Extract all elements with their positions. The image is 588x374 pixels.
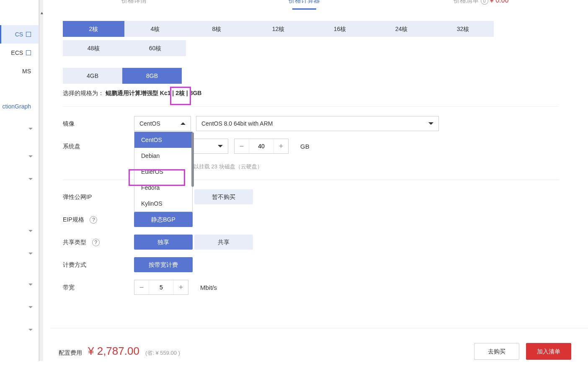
sidebar-expand-1[interactable]	[0, 120, 39, 138]
sidebar-item-label: CS	[15, 31, 23, 38]
os-option-fedora[interactable]: Fedora	[134, 180, 192, 196]
os-option-euleros[interactable]: EulerOS	[134, 164, 192, 180]
sidebar-item-label: MS	[22, 68, 31, 75]
cart-price: ¥ 0.00	[490, 0, 508, 4]
cart-count: 0	[481, 0, 488, 5]
os-option-centos[interactable]: CentOS	[134, 132, 192, 148]
spec-prefix: 选择的规格为：	[63, 90, 104, 96]
core-opt-4[interactable]: 4核	[124, 21, 186, 37]
bandwidth-plus[interactable]: +	[174, 280, 188, 294]
mem-options: 4GB 8GB	[63, 68, 559, 84]
sidebar-scrollbar[interactable]: ▲	[40, 0, 43, 361]
disk-size-stepper: − +	[234, 139, 289, 154]
buy-button[interactable]: 去购买	[474, 343, 519, 360]
sidebar-expand-3[interactable]	[0, 170, 39, 188]
footer-save: (省: ¥ 559.00 )	[145, 349, 180, 357]
spec-value: 鲲鹏通用计算增强型 Kc1 | 2核 | 8GB	[106, 90, 202, 96]
selected-spec: 选择的规格为： 鲲鹏通用计算增强型 Kc1 | 2核 | 8GB	[63, 90, 559, 97]
scroll-up-icon[interactable]: ▲	[40, 10, 43, 15]
os-option-debian[interactable]: Debian	[134, 148, 192, 164]
os-option-kylinos[interactable]: KylinOS	[134, 196, 192, 212]
dropdown-scrollbar[interactable]	[191, 132, 194, 187]
bandwidth-minus[interactable]: −	[134, 280, 149, 294]
chevron-down-icon	[428, 122, 433, 127]
core-opt-2[interactable]: 2核	[63, 21, 124, 37]
sidebar-item-label: ECS	[11, 49, 23, 56]
help-icon[interactable]: ?	[90, 216, 97, 224]
label-bandwidth: 带宽	[63, 280, 134, 291]
disk-size-plus[interactable]: +	[274, 139, 288, 153]
bandwidth-unit: Mbit/s	[200, 284, 217, 291]
sidebar: ▲ CS ECS MS ctionGraph	[0, 0, 40, 361]
core-opt-16[interactable]: 16核	[309, 21, 371, 37]
core-opt-48[interactable]: 48核	[63, 40, 124, 56]
label-sysdisk: 系统盘	[63, 139, 134, 150]
footer-cfg-label: 配置费用	[59, 349, 82, 357]
disk-size-minus[interactable]: −	[235, 139, 249, 153]
core-options-row1: 2核 4核 8核 12核 16核 24核 32核	[63, 21, 559, 37]
top-tabs: 价格详情 价格计算器 价格清单 0 ¥ 0.00	[50, 0, 571, 9]
label-eip: 弹性公网IP	[63, 189, 134, 201]
eip-nobuy[interactable]: 暂不购买	[194, 189, 253, 204]
chevron-down-icon	[218, 145, 223, 150]
footer-bar: 配置费用 ¥ 2,787.00 (省: ¥ 559.00 ) 去购买 加入清单	[50, 328, 588, 374]
chevron-up-icon	[181, 120, 186, 125]
footer-price: ¥ 2,787.00	[88, 345, 139, 358]
tab-price-detail[interactable]: 价格详情	[113, 0, 155, 9]
disk-size-input[interactable]	[249, 139, 274, 153]
sidebar-expand-8[interactable]	[0, 321, 39, 339]
bill-bandwidth[interactable]: 按带宽计费	[134, 257, 193, 272]
help-icon[interactable]: ?	[92, 239, 100, 246]
sidebar-expand-2[interactable]	[0, 147, 39, 166]
os-select-value: CentOS	[139, 120, 160, 127]
sidebar-item-label: ctionGraph	[3, 103, 31, 110]
os-dropdown: CentOS Debian EulerOS Fedora KylinOS	[134, 132, 193, 212]
tab-price-calc[interactable]: 价格计算器	[280, 0, 328, 9]
bandwidth-input[interactable]	[149, 280, 174, 294]
eipspec-static-bgp[interactable]: 静态BGP	[134, 212, 193, 227]
divider	[63, 106, 559, 107]
os-version-select[interactable]: CentOS 8.0 64bit with ARM	[196, 116, 439, 131]
sidebar-expand-6[interactable]	[0, 276, 39, 294]
disk-hint: 以挂载 23 块磁盘（云硬盘）	[193, 163, 559, 170]
tab-price-list[interactable]: 价格清单 0 ¥ 0.00	[454, 0, 508, 5]
mem-opt-8gb[interactable]: 8GB	[122, 68, 182, 84]
sidebar-expand-7[interactable]	[0, 298, 39, 317]
core-options-row2: 48核 60核	[63, 40, 559, 56]
core-opt-8[interactable]: 8核	[186, 21, 248, 37]
doc-icon	[26, 32, 31, 37]
doc-icon	[26, 50, 31, 55]
main-content: 2核 4核 8核 12核 16核 24核 32核 48核 60核 4GB 8GB…	[50, 17, 571, 328]
os-select[interactable]: CentOS CentOS Debian EulerOS Fedora Kyli…	[134, 116, 191, 131]
share-shared[interactable]: 共享	[194, 235, 253, 250]
core-opt-12[interactable]: 12核	[248, 21, 309, 37]
label-bill: 计费方式	[63, 257, 134, 269]
bandwidth-stepper: − +	[134, 280, 188, 295]
label-eipspec: EIP规格 ?	[63, 212, 134, 224]
sidebar-item-cs[interactable]: CS	[0, 25, 39, 44]
label-image: 镜像	[63, 116, 134, 128]
core-opt-24[interactable]: 24核	[371, 21, 432, 37]
sidebar-item-ecs[interactable]: ECS	[0, 44, 39, 62]
mem-opt-4gb[interactable]: 4GB	[63, 68, 122, 84]
sidebar-item-functiongraph[interactable]: ctionGraph	[0, 97, 39, 116]
core-opt-60[interactable]: 60核	[124, 40, 186, 56]
disk-unit: GB	[300, 143, 309, 150]
label-share: 共享类型 ?	[63, 235, 134, 246]
os-version-value: CentOS 8.0 64bit with ARM	[201, 120, 273, 127]
add-to-list-button[interactable]: 加入清单	[526, 343, 571, 360]
sidebar-item-ms[interactable]: MS	[0, 62, 39, 80]
core-opt-32[interactable]: 32核	[432, 21, 494, 37]
price-list-label: 价格清单	[454, 0, 479, 4]
share-exclusive[interactable]: 独享	[134, 235, 193, 250]
sidebar-expand-4[interactable]	[0, 222, 39, 240]
sidebar-expand-5[interactable]	[0, 245, 39, 263]
